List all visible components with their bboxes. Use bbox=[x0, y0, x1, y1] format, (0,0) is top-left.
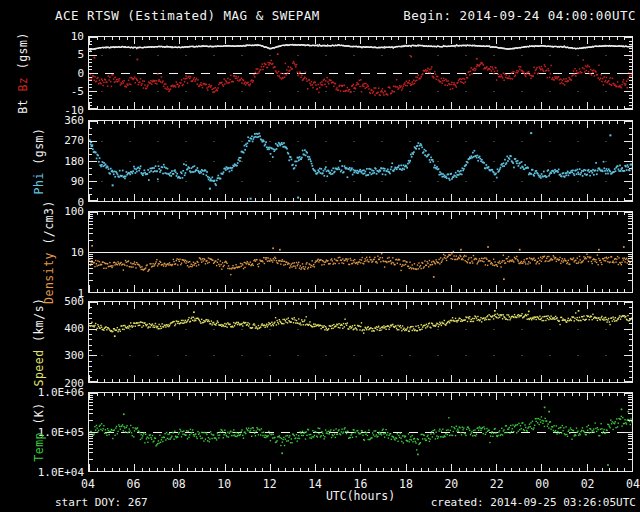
panel-speed-canvas bbox=[89, 302, 632, 382]
y-axis-label-temp: Temp (K) bbox=[28, 392, 50, 472]
label-part: Bt bbox=[16, 92, 30, 114]
label-part: Phi bbox=[32, 165, 46, 195]
panel-temp-canvas bbox=[89, 393, 632, 471]
panel-phi-canvas bbox=[89, 121, 632, 201]
panel-density bbox=[88, 211, 633, 293]
label-part: (km/s) bbox=[32, 297, 46, 342]
plot-title: ACE RTSW (Estimated) MAG & SWEPAM bbox=[55, 8, 320, 23]
y-axis-label-text-phi: Phi (gsm) bbox=[32, 128, 46, 195]
begin-timestamp: Begin: 2014-09-24 04:00:00UTC bbox=[403, 8, 636, 23]
ace-rtsw-plot: ACE RTSW (Estimated) MAG & SWEPAM Begin:… bbox=[0, 0, 640, 512]
label-part: (gsm) bbox=[32, 128, 46, 165]
y-axis-label-text-density: Density (/cm3) bbox=[42, 200, 56, 304]
panel-density-canvas bbox=[89, 212, 632, 292]
panel-bt-bz bbox=[88, 36, 633, 110]
y-axis-label-speed: Speed (km/s) bbox=[28, 301, 50, 383]
y-axis-label-density: Density (/cm3) bbox=[38, 211, 60, 293]
y-axis-label-text-temp: Temp (K) bbox=[32, 402, 46, 461]
panel-speed bbox=[88, 301, 633, 383]
y-axis-label-text-speed: Speed (km/s) bbox=[32, 297, 46, 386]
y-axis-label-text-bt-bz: Bt Bz (gsm) bbox=[16, 32, 30, 114]
created-timestamp: created: 2014-09-25 03:26:05UTC bbox=[431, 496, 636, 509]
panel-phi bbox=[88, 120, 633, 202]
y-axis-label-bt-bz: Bt Bz (gsm) bbox=[12, 36, 34, 110]
label-part: Bz bbox=[16, 77, 30, 92]
panel-temp bbox=[88, 392, 633, 472]
label-part: (gsm) bbox=[16, 32, 30, 77]
label-part: Speed bbox=[32, 342, 46, 387]
panel-bt-bz-canvas bbox=[89, 37, 632, 109]
y-axis-label-phi: Phi (gsm) bbox=[28, 120, 50, 202]
label-part: (K) bbox=[32, 402, 46, 424]
label-part: (/cm3) bbox=[42, 200, 56, 245]
start-doy-label: start DOY: 267 bbox=[55, 496, 148, 509]
label-part: Temp bbox=[32, 425, 46, 462]
